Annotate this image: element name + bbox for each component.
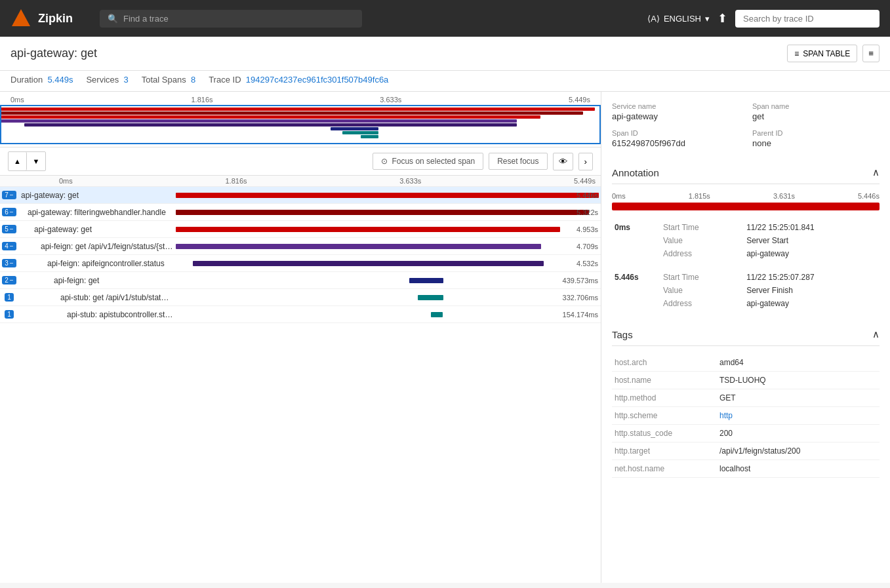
reset-label: Reset focus — [497, 157, 538, 166]
span-label: api-gateway: get — [18, 191, 176, 200]
menu-button[interactable]: ≡ — [862, 45, 880, 62]
span-number: 5− — [0, 225, 18, 233]
ann-start-time-label: Start Time — [658, 221, 744, 234]
parent-id-cell: Parent ID none — [752, 129, 880, 148]
span-number: 1 — [0, 310, 18, 319]
span-bar-area: 4.953s — [176, 223, 601, 236]
app-name: Zipkin — [38, 12, 73, 26]
span-bar-area: 4.709s — [176, 240, 601, 253]
span-duration: 439.573ms — [563, 277, 598, 284]
tag-row: http.status_code 200 — [612, 425, 880, 442]
span-duration: 5.322s — [576, 208, 598, 216]
nav-btn-group: ▲ ▼ — [8, 151, 46, 171]
span-number: 7− — [0, 191, 18, 199]
tag-row: http.scheme http — [612, 407, 880, 425]
ann-start-time-value: 11/22 15:25:07.287 — [744, 271, 880, 284]
tag-value: /api/v1/feign/status/200 — [717, 442, 880, 460]
overview-bar-7 — [342, 131, 378, 134]
overview-bar-1 — [0, 108, 595, 111]
annotation-header[interactable]: Annotation ∧ — [612, 161, 880, 184]
annotation-items: 0ms Start Time 11/22 15:25:01.841 Value … — [612, 221, 880, 310]
overview-bar-5 — [24, 123, 517, 127]
arrow-right-button[interactable]: › — [578, 153, 593, 170]
span-row[interactable]: 3−api-feign: apifeigncontroller.status4.… — [0, 255, 601, 272]
left-panel: 0ms 1.816s 3.633s 5.449s — [0, 92, 601, 583]
span-table-label: SPAN TABLE — [803, 49, 850, 58]
focus-selected-span-button[interactable]: ⊙ Focus on selected span — [373, 153, 483, 170]
span-row[interactable]: 7−api-gateway: get5.446s — [0, 187, 601, 204]
tag-value: TSD-LUOHQ — [717, 372, 880, 389]
tags-section: Tags ∧ host.arch amd64 host.name TSD-LUO… — [612, 323, 880, 478]
span-bar-area: 332.706ms — [176, 291, 601, 304]
app-header: Zipkin 🔍 Find a trace ⟨A⟩ ENGLISH ▾ ⬆ — [0, 0, 890, 37]
tag-key: net.host.name — [612, 460, 717, 478]
duration-label: Duration — [10, 75, 43, 85]
span-number: 2− — [0, 276, 18, 284]
span-badge: 1 — [5, 293, 14, 302]
span-row[interactable]: 6−api-gateway: filteringwebhandler.handl… — [0, 204, 601, 221]
services-meta: Services 3 — [86, 75, 128, 85]
language-button[interactable]: ⟨A⟩ ENGLISH ▾ — [647, 14, 710, 24]
ruler-3: 5.449s — [569, 96, 590, 104]
ann-value-label: Value — [658, 234, 744, 247]
span-duration: 4.709s — [576, 243, 598, 250]
span-label: api-stub: get /api/v1/stub/status/{statu… — [18, 293, 176, 302]
overview-bar-2 — [0, 111, 583, 115]
span-badge: 5− — [2, 225, 16, 233]
spans-ruler: 0ms 1.816s 3.633s 5.449s — [0, 176, 601, 187]
total-spans-value: 8 — [191, 75, 195, 85]
service-name-value: api-gateway — [612, 111, 739, 121]
controls-bar: ▲ ▼ ⊙ Focus on selected span Reset focus… — [0, 147, 601, 176]
tag-row: http.method GET — [612, 389, 880, 407]
ann-address-label: Address — [658, 297, 744, 310]
title-actions: ≡ SPAN TABLE ≡ — [787, 45, 880, 62]
span-bar-area: 4.532s — [176, 257, 601, 270]
svg-marker-0 — [12, 9, 30, 26]
tags-header[interactable]: Tags ∧ — [612, 323, 880, 346]
span-badge: 3− — [2, 259, 16, 267]
total-spans-meta: Total Spans 8 — [142, 75, 195, 85]
span-bar — [176, 210, 589, 215]
eye-button[interactable]: 👁 — [553, 153, 573, 170]
span-table-button[interactable]: ≡ SPAN TABLE — [787, 45, 857, 62]
page-title: api-gateway: get — [10, 47, 97, 60]
spans-container: 7−api-gateway: get5.446s6−api-gateway: f… — [0, 187, 601, 583]
annotation-row: 5.446s Start Time 11/22 15:25:07.287 — [612, 271, 880, 284]
find-trace-btn[interactable]: 🔍 Find a trace — [100, 10, 362, 28]
tag-value: amd64 — [717, 354, 880, 372]
span-bar — [176, 244, 541, 249]
overview-bar-6 — [331, 127, 378, 130]
span-duration: 154.174ms — [563, 311, 598, 319]
parent-id-value: none — [752, 138, 880, 148]
overview-bar-3 — [0, 115, 540, 119]
span-duration: 332.706ms — [563, 294, 598, 302]
timeline-ruler: 0ms 1.816s 3.633s 5.449s — [0, 94, 601, 105]
tag-row: http.target /api/v1/feign/status/200 — [612, 442, 880, 460]
trace-id-value: 194297c4237ec961fc301f507b49fc6a — [246, 75, 389, 85]
span-row[interactable]: 1api-stub: apistubcontroller.status154.1… — [0, 306, 601, 323]
tag-value: localhost — [717, 460, 880, 478]
span-row[interactable]: 5−api-gateway: get4.953s — [0, 221, 601, 238]
focus-icon: ⊙ — [381, 157, 388, 166]
trace-id-search-input[interactable] — [735, 10, 880, 28]
timeline-overview: 0ms 1.816s 3.633s 5.449s — [0, 92, 601, 147]
menu-icon: ≡ — [868, 49, 874, 58]
navigate-up-button[interactable]: ▲ — [9, 152, 27, 170]
reset-focus-button[interactable]: Reset focus — [489, 153, 547, 170]
upload-button[interactable]: ⬆ — [718, 11, 727, 26]
trace-meta: Duration 5.449s Services 3 Total Spans 8… — [0, 71, 890, 92]
tag-key: http.status_code — [612, 425, 717, 442]
ann-address-label: Address — [658, 247, 744, 260]
navigate-down-button[interactable]: ▼ — [27, 152, 45, 170]
span-row[interactable]: 2−api-feign: get439.573ms — [0, 272, 601, 289]
ann-address-value: api-gateway — [744, 297, 880, 310]
annotation-section: Annotation ∧ 0ms 1.815s 3.631s 5.446s 0m… — [612, 161, 880, 310]
span-row[interactable]: 4−api-feign: get /api/v1/feign/status/{s… — [0, 238, 601, 255]
main-layout: 0ms 1.816s 3.633s 5.449s — [0, 92, 890, 583]
span-duration: 4.532s — [576, 260, 598, 267]
span-bar — [193, 261, 544, 266]
span-number: 1 — [0, 293, 18, 302]
span-bar-area: 154.174ms — [176, 308, 601, 321]
span-row[interactable]: 1api-stub: get /api/v1/stub/status/{stat… — [0, 289, 601, 306]
annotation-bar-fill — [612, 203, 880, 210]
